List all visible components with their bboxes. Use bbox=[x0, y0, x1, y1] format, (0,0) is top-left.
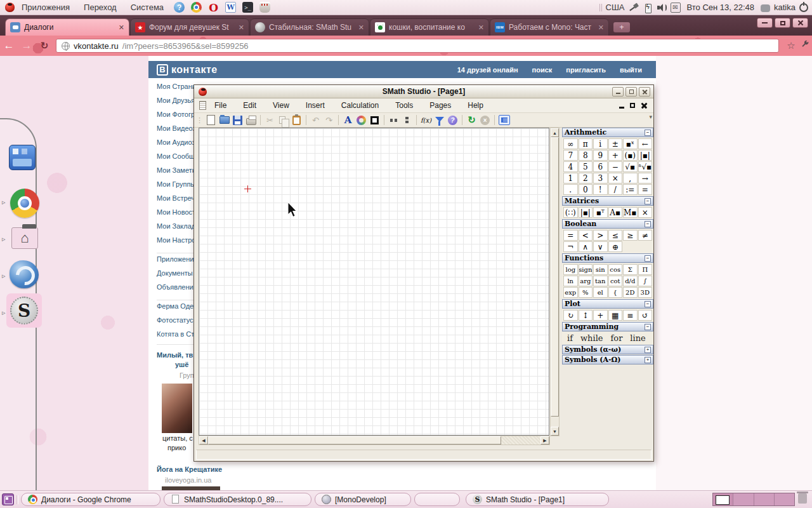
collapse-icon[interactable]: − bbox=[645, 324, 651, 330]
cut-icon[interactable]: ✂ bbox=[263, 114, 277, 126]
vk-ad-title2[interactable]: ушё bbox=[175, 361, 188, 368]
tab-close-icon[interactable]: ✕ bbox=[239, 23, 244, 32]
palette-cell[interactable]: log bbox=[563, 264, 578, 275]
palette-cell[interactable]: ▪ˣ bbox=[623, 138, 638, 149]
print-icon[interactable] bbox=[244, 114, 258, 126]
palette-cell[interactable]: ≥ bbox=[623, 230, 638, 241]
plot-tool-icon[interactable]: ↻ bbox=[563, 310, 578, 321]
close-button[interactable] bbox=[792, 18, 808, 28]
new-icon[interactable] bbox=[204, 114, 218, 126]
plot-tool-icon[interactable]: ↺ bbox=[638, 310, 653, 321]
palette-cell[interactable]: > bbox=[593, 230, 608, 241]
border-icon[interactable] bbox=[368, 114, 381, 126]
open-icon[interactable] bbox=[218, 114, 231, 126]
scroll-up-icon[interactable]: ▲ bbox=[551, 128, 559, 137]
distributor-logo-icon[interactable] bbox=[5, 3, 15, 12]
menu-places[interactable]: Переход bbox=[77, 0, 124, 15]
opera-launcher-icon[interactable]: O bbox=[208, 2, 219, 13]
palette-cell[interactable]: ln bbox=[563, 276, 578, 286]
palette-cell[interactable]: ¬ bbox=[563, 241, 578, 252]
chat-bubble-icon[interactable] bbox=[761, 4, 770, 12]
palette-cell[interactable]: arg bbox=[579, 276, 593, 286]
horizontal-spacing-icon[interactable] bbox=[387, 114, 400, 126]
smath-minimize-button[interactable] bbox=[612, 87, 624, 97]
palette-cell[interactable]: = bbox=[563, 230, 578, 241]
taskbar-button-smath[interactable]: S SMath Studio - [Page1] bbox=[466, 493, 609, 506]
word-launcher-icon[interactable]: W bbox=[225, 2, 236, 13]
palette-cell[interactable]: ← bbox=[638, 138, 653, 149]
copy-icon[interactable] bbox=[277, 114, 290, 126]
side-panel-icon[interactable] bbox=[497, 114, 511, 126]
palette-cell[interactable]: 9 bbox=[593, 150, 608, 161]
toolbar-overflow-icon[interactable]: ▾ bbox=[649, 113, 652, 120]
tab-close-icon[interactable]: ✕ bbox=[358, 23, 364, 32]
menu-file[interactable]: File bbox=[206, 98, 235, 112]
palette-cell[interactable]: 7 bbox=[563, 150, 578, 161]
palette-cell[interactable]: 6 bbox=[593, 161, 608, 172]
palette-cell[interactable]: . bbox=[563, 184, 578, 195]
palette-cell[interactable]: Σ bbox=[623, 264, 638, 275]
help-icon[interactable]: ? bbox=[174, 2, 185, 13]
vk-friends-online-link[interactable]: 14 друзей онлайн bbox=[457, 66, 518, 74]
palette-header-symbols-upper[interactable]: Symbols (A-Ω) + bbox=[562, 355, 653, 364]
collapse-icon[interactable]: − bbox=[645, 198, 651, 204]
palette-header-functions[interactable]: Functions − bbox=[562, 253, 653, 263]
palette-cell[interactable]: tan bbox=[593, 276, 608, 286]
save-icon[interactable] bbox=[231, 114, 244, 126]
power-icon[interactable] bbox=[799, 3, 808, 12]
palette-cell[interactable]: ± bbox=[608, 138, 623, 149]
menu-help[interactable]: Help bbox=[459, 98, 492, 112]
scroll-thumb[interactable] bbox=[551, 137, 559, 417]
palette-cell[interactable]: while bbox=[577, 333, 606, 344]
smath-title-bar[interactable]: SMath Studio - [Page1] bbox=[194, 85, 653, 98]
collapse-icon[interactable]: − bbox=[645, 221, 651, 227]
palette-cell[interactable]: el bbox=[593, 287, 608, 298]
recalculate-icon[interactable]: ↻ bbox=[465, 114, 478, 126]
reload-button[interactable]: ↻ bbox=[36, 40, 53, 51]
collapse-icon[interactable]: − bbox=[645, 130, 651, 136]
vertical-scrollbar[interactable]: ▲ ▼ bbox=[550, 128, 560, 436]
plot-tool-icon[interactable]: ▦ bbox=[608, 310, 623, 321]
chrome-launcher-icon[interactable] bbox=[191, 2, 202, 13]
palette-cell[interactable]: % bbox=[579, 287, 593, 298]
palette-cell[interactable]: 2D bbox=[623, 287, 638, 298]
palette-cell[interactable]: ≠ bbox=[638, 230, 653, 241]
palette-cell[interactable]: := bbox=[623, 184, 638, 195]
workspace-1[interactable] bbox=[713, 493, 733, 505]
palette-cell[interactable]: sign bbox=[579, 264, 593, 275]
palette-cell[interactable]: 3D bbox=[638, 287, 653, 298]
terminal-launcher-icon[interactable]: >_ bbox=[242, 2, 253, 13]
show-desktop-button[interactable] bbox=[2, 493, 14, 505]
tab-close-icon[interactable]: ✕ bbox=[478, 23, 484, 32]
palette-cell[interactable]: = bbox=[638, 184, 653, 195]
workspace-3[interactable] bbox=[754, 493, 775, 505]
scroll-left-icon[interactable]: ◀ bbox=[199, 436, 208, 444]
palette-cell[interactable]: ∨ bbox=[593, 241, 608, 252]
palette-cell[interactable]: π bbox=[579, 138, 593, 149]
plot-tool-icon[interactable]: + bbox=[593, 310, 608, 321]
palette-cell[interactable]: if bbox=[564, 333, 576, 344]
palette-cell[interactable]: ∫ bbox=[638, 276, 653, 286]
battery-icon[interactable] bbox=[643, 3, 653, 13]
workspace-2[interactable] bbox=[733, 493, 754, 505]
trash-icon[interactable] bbox=[798, 493, 807, 504]
bookmark-star-icon[interactable]: ☆ bbox=[784, 40, 798, 51]
window-list-icon[interactable] bbox=[9, 145, 36, 170]
taskbar-button-monodevelop[interactable]: [MonoDevelop] bbox=[315, 493, 411, 506]
palette-cell[interactable]: line bbox=[627, 333, 648, 344]
palette-cell[interactable]: Π bbox=[638, 264, 653, 275]
menu-edit[interactable]: Edit bbox=[235, 98, 265, 112]
palette-cell[interactable]: 2 bbox=[579, 173, 593, 184]
palette-cell[interactable]: 8 bbox=[579, 150, 593, 161]
menu-insert[interactable]: Insert bbox=[298, 98, 333, 112]
colors-icon[interactable] bbox=[355, 114, 368, 126]
palette-header-matrices[interactable]: Matrices − bbox=[562, 196, 653, 206]
tab-dialogs[interactable]: Диалоги ✕ bbox=[5, 18, 129, 36]
wrench-icon[interactable] bbox=[798, 40, 812, 52]
scroll-track[interactable] bbox=[501, 436, 540, 444]
vk-promo-title[interactable]: Йога на Крещатике bbox=[157, 465, 222, 473]
mdi-minimize-button[interactable] bbox=[619, 107, 624, 109]
scroll-down-icon[interactable]: ▼ bbox=[551, 427, 559, 436]
vk-search-link[interactable]: поиск bbox=[532, 66, 553, 74]
palette-cell[interactable]: { bbox=[608, 287, 623, 298]
